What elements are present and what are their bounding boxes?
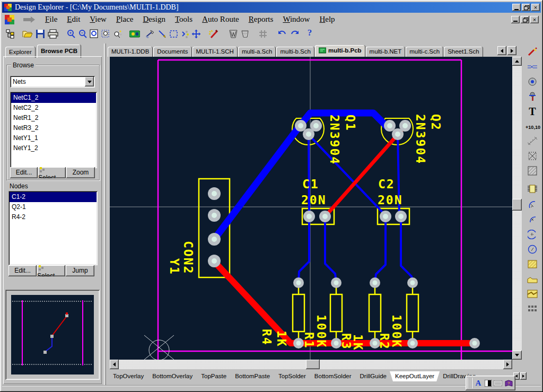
net-edit-button[interactable]: Edit... [10, 167, 38, 178]
layer-tab-toppaste[interactable]: TopPaste [196, 371, 232, 381]
label-q2-value[interactable]: 2N3904 [414, 114, 427, 164]
menu-place[interactable]: Place [111, 14, 138, 25]
arc-center-icon[interactable] [526, 213, 539, 226]
label-y1-value[interactable]: CON2 [181, 241, 195, 274]
menu-design[interactable]: Design [138, 14, 170, 25]
polygon-shield-2-icon[interactable] [239, 28, 251, 40]
full-circle-icon[interactable] [526, 243, 539, 256]
child-minimize-button[interactable] [511, 16, 520, 23]
scroll-right-button[interactable] [503, 360, 512, 369]
label-c1-value[interactable]: 20N [301, 193, 327, 207]
cutter-icon[interactable] [144, 28, 157, 40]
window-minimize-button[interactable] [512, 4, 521, 11]
keepout-box-icon[interactable] [526, 150, 539, 162]
doc-tab-multi-c-sch[interactable]: multi-c.Sch [406, 47, 443, 57]
child-restore-button[interactable] [521, 16, 529, 23]
print-icon[interactable] [47, 28, 59, 40]
doc-tab-multi-a-sch[interactable]: multi-a.Sch [238, 47, 276, 57]
window-restore-button[interactable] [522, 4, 530, 11]
fill-icon[interactable] [526, 258, 539, 271]
label-c2-value[interactable]: 20N [378, 193, 403, 207]
menu-view[interactable]: View [85, 14, 111, 25]
net-list-item[interactable]: NetR1_2 [11, 113, 96, 123]
label-r4-value[interactable]: 1K [275, 330, 288, 347]
scroll-left-button[interactable] [110, 360, 119, 369]
net-list-item[interactable]: NetR3_2 [11, 123, 96, 133]
doc-tab-multi-b-net[interactable]: multi-b.NET [366, 47, 406, 57]
zoom-in-icon[interactable] [65, 28, 77, 40]
net-list-item[interactable]: NetY1_1 [11, 133, 96, 143]
menu-reports[interactable]: Reports [244, 14, 278, 25]
node-jump-button[interactable]: Jump [66, 265, 94, 276]
doc-tab-multi-b-pcb[interactable]: multi-b.Pcb [315, 45, 365, 57]
menu-tools[interactable]: Tools [170, 14, 197, 25]
undo-icon[interactable] [276, 28, 288, 40]
explorer-tree-icon[interactable] [4, 28, 17, 40]
doc-tab-sheet1-sch[interactable]: Sheet1.Sch [444, 47, 483, 57]
arc-angle-icon[interactable] [526, 228, 539, 241]
node-list[interactable]: C1-2 Q2-1 R4-2 [8, 191, 98, 265]
net-list-item[interactable]: NetC1_2 [11, 93, 96, 103]
label-r1-designator[interactable]: R1 [302, 332, 316, 349]
label-r3-value[interactable]: 1K [351, 334, 365, 351]
node-edit-button[interactable]: Edit... [8, 265, 37, 276]
polygon-shield-icon[interactable] [227, 28, 240, 40]
net-list-item[interactable]: NetY1_2 [11, 143, 96, 153]
fill-hatch-icon[interactable] [526, 164, 539, 177]
menu-file[interactable]: File [40, 14, 62, 25]
document-app-icon[interactable] [4, 14, 16, 25]
zoom-window-icon[interactable] [88, 28, 101, 40]
pcb-preview-panel[interactable] [5, 290, 100, 380]
net-list[interactable]: NetC1_2 NetC2_2 NetR1_2 NetR3_2 NetY1_1 … [10, 92, 97, 168]
layer-tab-topsolder[interactable]: TopSolder [273, 371, 311, 381]
net-select-button[interactable]: Select [38, 167, 66, 178]
doc-tab-documents[interactable]: Documents [153, 47, 191, 57]
layer-tab-bottompaste[interactable]: BottomPaste [230, 371, 275, 381]
label-q2-designator[interactable]: Q2 [429, 114, 443, 131]
layer-tab-topoverlay[interactable]: TopOverlay [108, 371, 149, 381]
select-area-icon[interactable] [168, 28, 180, 40]
trace-red-bus[interactable] [214, 262, 475, 343]
browse-mode-dropdown[interactable]: Nets [10, 76, 95, 88]
zoom-area-icon[interactable] [100, 28, 112, 40]
pcb-horizontal-scrollbar[interactable] [110, 360, 512, 369]
menu-auto-route[interactable]: Auto Route [197, 14, 244, 25]
component-r3-outline[interactable] [369, 287, 381, 339]
label-r1-value[interactable]: 100K [314, 315, 328, 348]
label-r2-value[interactable]: 100K [390, 315, 404, 348]
split-plane-icon[interactable] [526, 288, 539, 300]
interactive-route-icon[interactable] [526, 46, 539, 58]
layer-tab-drillguide[interactable]: DrillGuide [355, 371, 392, 381]
layer-tab-bottomoverlay[interactable]: BottomOverlay [147, 371, 198, 381]
child-close-button[interactable]: × [530, 16, 539, 23]
net-list-item[interactable]: NetC2_2 [11, 103, 96, 113]
help-icon[interactable]: ? [303, 27, 316, 39]
dimension-icon[interactable] [526, 135, 539, 147]
board-view-icon[interactable] [128, 28, 141, 40]
pad-array-icon[interactable] [526, 302, 539, 315]
menu-window[interactable]: Window [278, 14, 314, 25]
node-select-button[interactable]: Select [37, 265, 65, 276]
doc-tab-scroll-right-button[interactable] [507, 46, 516, 55]
text-find-icon[interactable]: A [474, 378, 483, 388]
node-list-item[interactable]: C1-2 [10, 192, 97, 202]
zoom-point-icon[interactable] [111, 28, 124, 40]
layer-tab-bottomsolder[interactable]: BottomSolder [309, 371, 357, 381]
keyboard-icon[interactable] [493, 378, 503, 388]
via-icon[interactable] [526, 75, 539, 88]
doc-tab-multi-b-sch[interactable]: multi-b.Sch [276, 47, 314, 57]
polygon-plane-icon[interactable] [526, 273, 539, 285]
dropdown-arrow-button[interactable] [85, 77, 94, 86]
multi-track-icon[interactable] [526, 60, 539, 73]
pad-icon[interactable] [526, 90, 539, 103]
coordinate-icon[interactable]: +10,10 [525, 121, 541, 134]
draw-line-icon[interactable] [156, 28, 169, 40]
component-icon[interactable] [526, 182, 539, 195]
layer-tab-keepoutlayer[interactable]: KeepOutLayer [390, 371, 440, 381]
doc-tab-scroll-left-button[interactable] [497, 46, 506, 55]
menu-edit[interactable]: Edit [62, 14, 85, 25]
arc-edge-icon[interactable] [526, 198, 539, 211]
zoom-out-icon[interactable] [76, 28, 89, 40]
scroll-down-button[interactable] [512, 351, 522, 360]
wizard-icon[interactable] [207, 28, 220, 40]
